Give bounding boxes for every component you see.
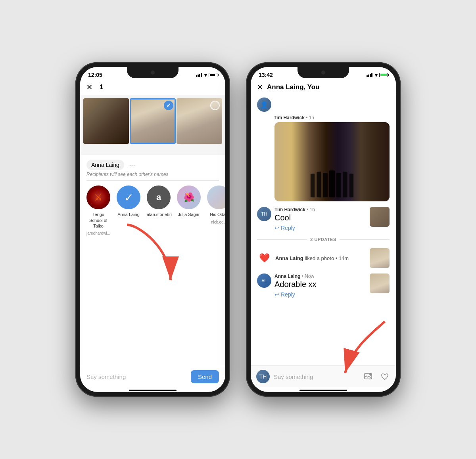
reply-button-adorable[interactable]: ↩ Reply bbox=[274, 291, 295, 298]
recipients-section: Anna Laing ··· Recipients will see each … bbox=[80, 155, 225, 180]
update-text-like: Anna Laing liked a photo • 14m bbox=[275, 255, 366, 261]
contact-name-anna: Anna Laing bbox=[117, 212, 140, 217]
input-icons-right bbox=[363, 371, 390, 382]
selection-checkmark-2: ✓ bbox=[164, 101, 173, 110]
battery-icon bbox=[209, 73, 217, 77]
avatar-alan: a bbox=[147, 186, 171, 209]
battery-icon-right bbox=[379, 73, 388, 77]
add-image-button[interactable] bbox=[363, 371, 374, 382]
msg-tim-image: Tim Hardwick • 1h bbox=[251, 112, 396, 205]
msg-avatar-top: 👤 bbox=[257, 98, 271, 112]
photo-cell-2[interactable]: ✓ bbox=[130, 98, 175, 144]
msg-tim-cool: TH Tim Hardwick • 1h Cool ↩ Reply bbox=[251, 205, 396, 234]
input-row-right: TH Say something bbox=[251, 365, 396, 387]
contact-name-alan: alan.stonebri bbox=[147, 212, 171, 217]
status-icons-right: ▾ bbox=[367, 72, 388, 78]
message-placeholder-left[interactable]: Say something bbox=[86, 373, 187, 380]
wifi-icon: ▾ bbox=[204, 72, 207, 78]
msg-avatar-tim-2: TH bbox=[257, 207, 271, 221]
avatar-nic bbox=[207, 186, 225, 209]
msg-meta-tim-cool: Tim Hardwick • 1h bbox=[274, 207, 367, 212]
home-indicator-right bbox=[299, 390, 347, 391]
heart-reaction-button[interactable] bbox=[379, 371, 390, 382]
reply-label-cool: Reply bbox=[281, 225, 295, 231]
photo-cell-1[interactable] bbox=[83, 98, 129, 144]
notch-right bbox=[298, 67, 349, 78]
selection-circle-3 bbox=[210, 101, 220, 110]
home-indicator-left bbox=[129, 390, 177, 391]
notch bbox=[127, 67, 178, 78]
contact-nic[interactable]: Nic Odan nick.od... bbox=[207, 186, 225, 235]
contact-name-nic: Nic Odan bbox=[210, 212, 225, 217]
more-options-button[interactable]: ··· bbox=[129, 161, 135, 169]
conversation-content: 👤 Tim Hardwick • 1h bbox=[251, 95, 396, 365]
signal-icon bbox=[196, 73, 202, 77]
avatar-anna: ✓ bbox=[117, 186, 140, 209]
status-icons-left: ▾ bbox=[196, 72, 217, 78]
msg-thumb-mirror bbox=[370, 207, 390, 227]
message-input-bar-left: Say something Send bbox=[80, 366, 225, 387]
updates-label: 2 UPDATES bbox=[310, 237, 336, 242]
recipients-note: Recipients will see each other's names bbox=[86, 172, 219, 177]
contact-anna[interactable]: ✓ Anna Laing bbox=[117, 186, 140, 235]
right-phone: 13:42 ▾ ✕ Anna Laing, You bbox=[246, 62, 401, 397]
msg-avatar-anna: AL bbox=[257, 273, 271, 288]
reply-button-cool[interactable]: ↩ Reply bbox=[274, 225, 295, 231]
left-phone: 12:05 ▾ ✕ 1 bbox=[75, 62, 230, 397]
msg-meta-tim-1: Tim Hardwick • 1h bbox=[274, 115, 314, 120]
updates-divider: 2 UPDATES bbox=[251, 234, 396, 245]
selection-count: 1 bbox=[100, 83, 103, 91]
header-right: ✕ Anna Laing, You bbox=[251, 80, 396, 95]
header-left: ✕ 1 bbox=[80, 80, 225, 95]
reply-label-adorable: Reply bbox=[281, 291, 295, 298]
close-button-right[interactable]: ✕ bbox=[257, 83, 263, 92]
msg-content-tim-cool: Tim Hardwick • 1h Cool ↩ Reply bbox=[274, 207, 367, 231]
divider-line-right bbox=[340, 239, 390, 240]
msg-thumb-baby bbox=[370, 273, 390, 293]
contact-tengu[interactable]: Tengu School of Taiko jaredhardwi... bbox=[86, 186, 110, 235]
contact-julia[interactable]: 🌺 Julia Sagar bbox=[177, 186, 201, 235]
avatar-julia: 🌺 bbox=[177, 186, 201, 209]
like-update: ❤️ Anna Laing liked a photo • 14m bbox=[251, 245, 396, 271]
contacts-row: Tengu School of Taiko jaredhardwi... ✓ A… bbox=[80, 181, 225, 240]
photo-cell-3[interactable] bbox=[177, 98, 222, 144]
reply-arrow-icon-2: ↩ bbox=[274, 291, 279, 298]
input-placeholder-right[interactable]: Say something bbox=[274, 373, 359, 380]
divider-line-left bbox=[257, 239, 307, 240]
wifi-icon-right: ▾ bbox=[375, 72, 378, 78]
avatar-tengu bbox=[86, 186, 110, 209]
contact-sub-nic: nick.od... bbox=[211, 220, 225, 224]
contact-sub-tengu: jaredhardwi... bbox=[86, 231, 110, 235]
msg-text-cool: Cool bbox=[274, 213, 367, 222]
send-button[interactable]: Send bbox=[191, 370, 219, 383]
update-thumb-like bbox=[370, 248, 390, 268]
heart-icon: ❤️ bbox=[257, 251, 271, 265]
photo-grid: ✓ bbox=[80, 95, 225, 147]
contact-name-julia: Julia Sagar bbox=[178, 212, 200, 217]
msg-anna-adorable: AL Anna Laing • Now Adorable xx ↩ Reply bbox=[251, 271, 396, 300]
reply-arrow-icon: ↩ bbox=[274, 225, 279, 231]
time-left: 12:05 bbox=[88, 72, 102, 78]
contact-alan[interactable]: a alan.stonebri bbox=[147, 186, 171, 235]
time-right: 13:42 bbox=[259, 72, 273, 78]
contact-name-tengu: Tengu School of Taiko bbox=[86, 212, 110, 229]
close-button-left[interactable]: ✕ bbox=[86, 83, 92, 92]
conversation-title: Anna Laing, You bbox=[267, 83, 320, 91]
recipient-chip[interactable]: Anna Laing bbox=[86, 160, 124, 170]
input-avatar-right: TH bbox=[256, 370, 270, 383]
mirror-photo bbox=[274, 122, 390, 201]
msg-content-anna: Anna Laing • Now Adorable xx ↩ Reply bbox=[274, 273, 367, 298]
signal-icon-right bbox=[367, 73, 372, 77]
msg-text-adorable: Adorable xx bbox=[274, 280, 367, 289]
msg-meta-anna: Anna Laing • Now bbox=[274, 273, 367, 279]
